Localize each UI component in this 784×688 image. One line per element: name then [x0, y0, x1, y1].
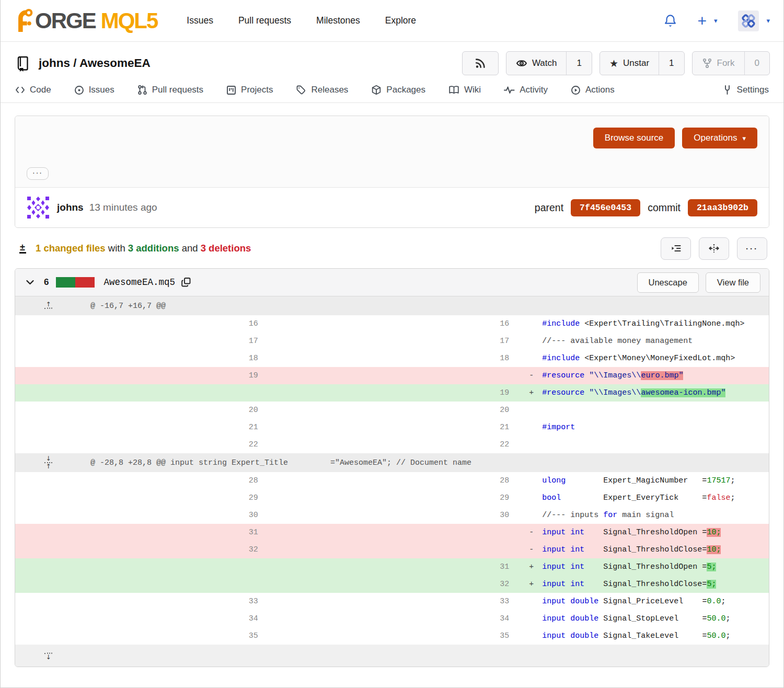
tab-issues[interactable]: Issues [74, 85, 114, 95]
tab-activity[interactable]: Activity [504, 85, 548, 95]
rss-icon [475, 58, 486, 69]
code-content: #include <Expert\Trailing\TrailingNone.m… [517, 315, 769, 332]
new-line-number[interactable]: 16 [267, 315, 518, 332]
tab-packages[interactable]: Packages [371, 85, 425, 95]
new-line-number[interactable]: 28 [267, 472, 518, 489]
nav-link-pull-requests[interactable]: Pull requests [238, 15, 291, 26]
create-new-button[interactable]: + [697, 13, 707, 29]
user-avatar[interactable] [738, 10, 759, 31]
repo-book-icon [15, 55, 30, 72]
diff-filename[interactable]: AwesomeEA.mq5 [103, 277, 175, 288]
commit-author-name[interactable]: johns [57, 202, 84, 213]
tab-actions[interactable]: Actions [571, 85, 615, 95]
repo-owner-link[interactable]: johns [39, 56, 70, 70]
new-line-number[interactable]: 18 [267, 350, 518, 367]
new-line-number[interactable]: 34 [267, 610, 518, 627]
star-count[interactable]: 1 [659, 52, 684, 75]
copy-filename-icon[interactable] [181, 277, 191, 288]
new-line-number[interactable]: 20 [267, 402, 518, 419]
user-menu-caret-icon[interactable]: ▾ [766, 17, 770, 25]
code-content: //--- inputs for main signal [517, 507, 769, 524]
new-line-number[interactable] [267, 367, 518, 384]
nav-link-milestones[interactable]: Milestones [316, 15, 360, 26]
old-line-number[interactable]: 32 [15, 541, 267, 558]
new-line-number[interactable]: 31 [267, 558, 518, 576]
tab-pull-requests[interactable]: Pull requests [137, 85, 203, 95]
old-line-number[interactable]: 20 [15, 402, 267, 419]
nav-link-explore[interactable]: Explore [385, 15, 416, 26]
stat-bar-additions [56, 277, 75, 288]
new-line-number[interactable]: 35 [267, 627, 518, 645]
old-line-number[interactable]: 34 [15, 610, 267, 627]
old-line-number[interactable]: 22 [15, 436, 267, 453]
parent-hash-button[interactable]: 7f456e0453 [571, 199, 640, 216]
new-line-number[interactable] [267, 541, 518, 558]
new-line-number[interactable]: 17 [267, 332, 518, 350]
site-logo[interactable]: ORGE MQL5 [14, 8, 157, 33]
new-line-number[interactable]: 29 [267, 489, 518, 507]
code-content: input double Signal_PriceLevel =0.0; // … [517, 593, 769, 610]
whitespace-options-button[interactable] [661, 237, 691, 260]
view-file-button[interactable]: View file [706, 272, 760, 293]
old-line-number[interactable]: 21 [15, 419, 267, 436]
old-line-number[interactable]: 33 [15, 593, 267, 610]
new-line-number[interactable]: 22 [267, 436, 518, 453]
expand-both-icon[interactable]: ↓↑ [44, 456, 52, 469]
expand-up-icon[interactable]: ↑ [44, 302, 52, 310]
create-new-caret-icon[interactable]: ▾ [714, 17, 718, 25]
deletions-count: 3 deletions [201, 243, 251, 254]
diff-summary-row: ± 1 changed files with 3 additions and 3… [15, 235, 769, 261]
old-line-number[interactable]: 18 [15, 350, 267, 367]
unescape-button[interactable]: Unescape [637, 272, 699, 293]
fork-button[interactable]: Fork [693, 52, 744, 75]
rss-feed-button[interactable] [462, 51, 499, 75]
new-line-number[interactable]: 33 [267, 593, 518, 610]
unstar-button[interactable]: ★ Unstar [600, 52, 659, 75]
code-content: -#resource "\\Images\\euro.bmp" [517, 367, 769, 384]
diff-options-button[interactable]: ··· [737, 237, 767, 260]
fork-count[interactable]: 0 [744, 52, 769, 75]
code-content: #include <Expert\Money\MoneyFixedLot.mqh… [517, 350, 769, 367]
tab-settings[interactable]: Settings [722, 85, 769, 95]
diff-file-header: 6 AwesomeEA.mq5 Unescape View file [15, 269, 769, 296]
old-line-number[interactable]: 29 [15, 489, 267, 507]
new-line-number[interactable]: 19 [267, 384, 518, 402]
old-line-number[interactable]: 31 [15, 524, 267, 541]
changed-files-count: 1 changed files [36, 243, 106, 254]
diff-line-ctx: 3030//--- inputs for main signal [15, 507, 769, 524]
commit-hash-button[interactable]: 21aa3b902b [688, 199, 757, 216]
new-line-number[interactable]: 21 [267, 419, 518, 436]
old-line-number[interactable] [15, 558, 267, 576]
tab-releases[interactable]: Releases [296, 85, 348, 95]
commit-author-avatar[interactable] [27, 196, 50, 219]
watch-count[interactable]: 1 [566, 52, 591, 75]
old-line-number[interactable]: 30 [15, 507, 267, 524]
split-view-button[interactable] [699, 237, 729, 260]
old-line-number[interactable]: 28 [15, 472, 267, 489]
top-navbar: ORGE MQL5 Issues Pull requests Milestone… [1, 0, 783, 42]
old-line-number[interactable]: 17 [15, 332, 267, 350]
repo-name-link[interactable]: AwesomeEA [79, 56, 151, 70]
new-line-number[interactable]: 30 [267, 507, 518, 524]
tab-wiki[interactable]: Wiki [448, 85, 481, 95]
old-line-number[interactable]: 19 [15, 367, 267, 384]
new-line-number[interactable] [267, 524, 518, 541]
operations-button[interactable]: Operations ▾ [682, 128, 757, 148]
old-line-number[interactable]: 35 [15, 627, 267, 645]
new-line-number[interactable]: 32 [267, 576, 518, 593]
collapse-file-chevron-icon[interactable] [26, 279, 34, 286]
notifications-bell-icon[interactable] [663, 14, 677, 28]
old-line-number[interactable] [15, 384, 267, 402]
browse-source-button[interactable]: Browse source [593, 128, 675, 148]
expand-down-icon[interactable]: ↓ [44, 652, 52, 660]
code-content: -input int Signal_ThresholdClose=10; // … [517, 541, 769, 558]
tab-projects[interactable]: Projects [226, 85, 273, 95]
diff-line-ctx: 2020 [15, 402, 769, 419]
old-line-number[interactable]: 16 [15, 315, 267, 332]
tab-code[interactable]: Code [15, 85, 51, 95]
watch-button[interactable]: Watch [506, 52, 567, 75]
old-line-number[interactable] [15, 576, 267, 593]
nav-link-issues[interactable]: Issues [187, 15, 213, 26]
commit-message-toggle-button[interactable]: ··· [27, 167, 49, 180]
logo-text-forge: ORGE [35, 8, 96, 33]
